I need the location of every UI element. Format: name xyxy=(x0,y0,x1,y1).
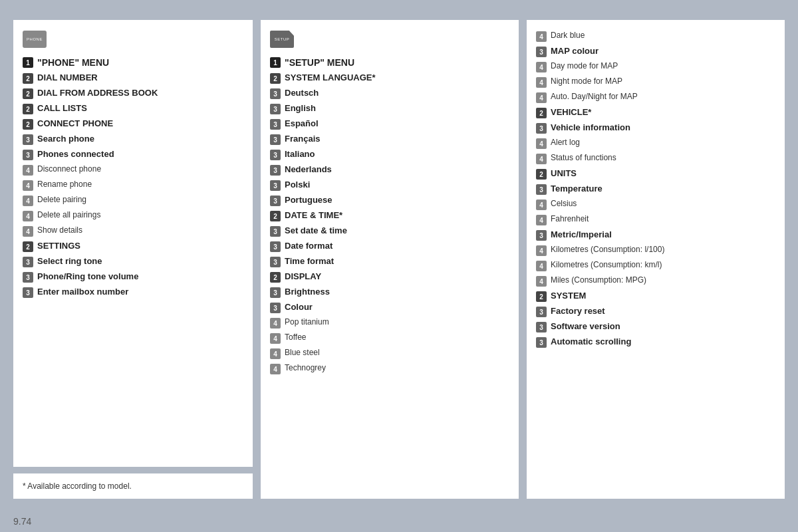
list-item: 4Dark blue xyxy=(536,31,775,42)
list-item: 4Show details xyxy=(23,225,243,237)
item-label: Enter mailbox number xyxy=(37,287,128,298)
level-badge: 4 xyxy=(270,318,281,329)
list-item: 3Colour xyxy=(270,302,509,313)
item-label: Phones connected xyxy=(37,149,114,160)
list-item: 3Portuguese xyxy=(270,195,509,206)
item-label: DIAL NUMBER xyxy=(37,72,98,84)
level-badge: 4 xyxy=(270,364,281,374)
item-label: VEHICLE* xyxy=(551,107,591,118)
list-item: 4Pop titanium xyxy=(270,317,509,329)
level-badge: 4 xyxy=(536,77,547,88)
level-badge: 2 xyxy=(270,211,281,221)
note-text: * Available according to model. xyxy=(23,481,132,491)
list-item: 3English xyxy=(270,103,509,114)
level-badge: 3 xyxy=(536,184,547,195)
item-label: Automatic scrolling xyxy=(551,336,631,348)
level-badge: 4 xyxy=(23,180,33,191)
list-item: 4Blue steel xyxy=(270,348,509,359)
item-label: Phone/Ring tone volume xyxy=(37,271,138,283)
level-badge: 4 xyxy=(23,226,33,237)
right-menu: 4Dark blue3MAP colour4Day mode for MAP4N… xyxy=(536,31,775,348)
item-label: Day mode for MAP xyxy=(551,61,618,72)
level-badge: 3 xyxy=(270,257,281,267)
level-badge: 3 xyxy=(270,241,281,252)
item-label: Temperature xyxy=(551,184,602,195)
list-item: 3Search phone xyxy=(23,134,243,145)
level-badge: 4 xyxy=(536,276,547,287)
item-label: Italiano xyxy=(285,149,315,160)
list-item: 3Enter mailbox number xyxy=(23,287,243,298)
level-badge: 4 xyxy=(536,154,547,164)
list-item: 4Delete all pairings xyxy=(23,210,243,221)
level-badge: 3 xyxy=(270,150,281,160)
list-item: 3Select ring tone xyxy=(23,256,243,267)
level-badge: 3 xyxy=(270,119,281,130)
list-item: 2SETTINGS xyxy=(23,241,243,252)
list-item: 4Kilometres (Consumption: km/l) xyxy=(536,260,775,271)
main-container: 1"PHONE" MENU2DIAL NUMBER2DIAL FROM ADDR… xyxy=(0,0,798,512)
level-badge: 3 xyxy=(23,134,33,145)
list-item: 3Time format xyxy=(270,256,509,267)
list-item: 4Kilometres (Consumption: l/100) xyxy=(536,245,775,256)
level-badge: 1 xyxy=(23,57,33,68)
list-item: 3Brightness xyxy=(270,287,509,298)
item-label: Portuguese xyxy=(285,195,332,206)
list-item: 4Celsius xyxy=(536,199,775,210)
level-badge: 2 xyxy=(23,73,33,84)
level-badge: 4 xyxy=(536,62,547,72)
level-badge: 3 xyxy=(536,123,547,134)
item-label: Technogrey xyxy=(285,363,326,374)
level-badge: 4 xyxy=(23,165,33,176)
item-label: Dark blue xyxy=(551,31,585,41)
item-label: DISPLAY xyxy=(285,271,321,283)
list-item: 4Alert log xyxy=(536,138,775,149)
item-label: English xyxy=(285,103,316,114)
level-badge: 3 xyxy=(23,272,33,283)
list-item: 1"PHONE" MENU xyxy=(23,57,243,68)
list-item: 2SYSTEM LANGUAGE* xyxy=(270,72,509,84)
list-item: 4Rename phone xyxy=(23,180,243,191)
list-item: 3Date format xyxy=(270,241,509,252)
item-label: MAP colour xyxy=(551,46,598,57)
item-label: "PHONE" MENU xyxy=(37,57,109,68)
level-badge: 3 xyxy=(536,307,547,317)
level-badge: 2 xyxy=(23,119,33,130)
level-badge: 3 xyxy=(270,287,281,298)
item-label: Date format xyxy=(285,241,332,252)
middle-menu: 1"SETUP" MENU2SYSTEM LANGUAGE*3Deutsch3E… xyxy=(270,57,509,374)
list-item: 2UNITS xyxy=(536,168,775,180)
item-label: Set date & time xyxy=(285,225,347,237)
level-badge: 4 xyxy=(536,31,547,42)
level-badge: 2 xyxy=(536,291,547,302)
level-badge: 3 xyxy=(270,134,281,145)
item-label: Colour xyxy=(285,302,313,313)
level-badge: 3 xyxy=(536,322,547,332)
list-item: 2VEHICLE* xyxy=(536,107,775,118)
item-label: Español xyxy=(285,118,319,130)
list-item: 3Vehicle information xyxy=(536,122,775,134)
level-badge: 1 xyxy=(270,57,281,68)
item-label: Français xyxy=(285,134,320,145)
level-badge: 3 xyxy=(536,230,547,241)
level-badge: 4 xyxy=(536,215,547,225)
list-item: 4Day mode for MAP xyxy=(536,61,775,72)
list-item: 3Polski xyxy=(270,180,509,191)
list-item: 3Automatic scrolling xyxy=(536,336,775,348)
middle-column: 1"SETUP" MENU2SYSTEM LANGUAGE*3Deutsch3E… xyxy=(261,20,519,499)
item-label: Blue steel xyxy=(285,348,320,358)
level-badge: 4 xyxy=(270,348,281,359)
list-item: 4Toffee xyxy=(270,332,509,344)
level-badge: 3 xyxy=(536,337,547,348)
list-item: 3Metric/Imperial xyxy=(536,229,775,241)
list-item: 3Deutsch xyxy=(270,88,509,99)
item-label: UNITS xyxy=(551,168,577,180)
item-label: Auto. Day/Night for MAP xyxy=(551,92,638,102)
item-label: Kilometres (Consumption: km/l) xyxy=(551,260,662,271)
level-badge: 3 xyxy=(270,180,281,191)
list-item: 4Auto. Day/Night for MAP xyxy=(536,92,775,103)
list-item: 3Temperature xyxy=(536,184,775,195)
level-badge: 4 xyxy=(23,196,33,206)
item-label: Celsius xyxy=(551,199,577,209)
item-label: "SETUP" MENU xyxy=(285,57,354,68)
left-menu: 1"PHONE" MENU2DIAL NUMBER2DIAL FROM ADDR… xyxy=(23,57,243,298)
